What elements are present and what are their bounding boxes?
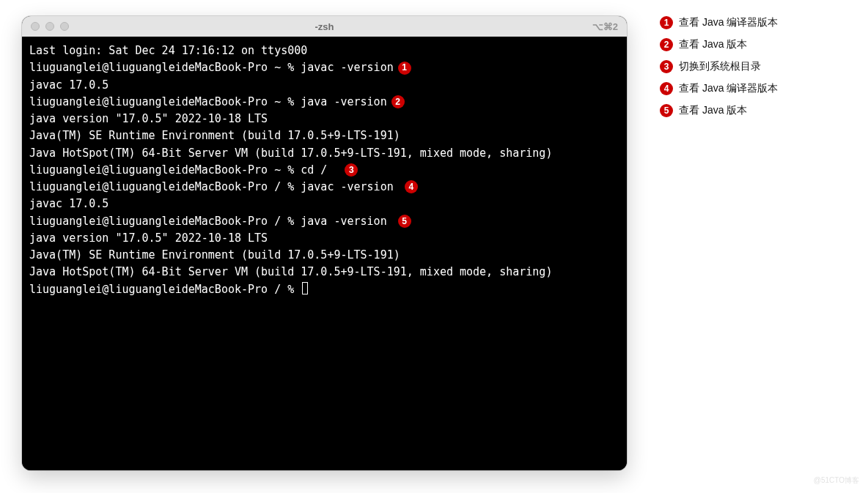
legend-row: 5查看 Java 版本 [660,104,778,117]
terminal-line: Java(TM) SE Runtime Environment (build 1… [29,247,619,264]
minimize-dot[interactable] [45,22,54,31]
terminal-body[interactable]: Last login: Sat Dec 24 17:16:12 on ttys0… [22,37,627,470]
terminal-text: Java HotSpot(TM) 64-Bit Server VM (build… [29,147,552,160]
legend-row: 1查看 Java 编译器版本 [660,16,778,29]
legend-label: 查看 Java 版本 [679,38,747,51]
terminal-text: javac 17.0.5 [29,197,108,210]
legend: 1查看 Java 编译器版本2查看 Java 版本3切换到系统根目录4查看 Ja… [660,16,778,126]
terminal-text: liuguanglei@liuguangleideMacBook-Pro ~ %… [29,95,387,108]
window-title: -zsh [22,21,627,32]
legend-badge: 4 [660,82,673,95]
terminal-text: liuguanglei@liuguangleideMacBook-Pro / %… [29,215,394,228]
terminal-text: liuguanglei@liuguangleideMacBook-Pro / %… [29,180,400,193]
terminal-line: liuguanglei@liuguangleideMacBook-Pro ~ %… [29,59,619,76]
terminal-line: Last login: Sat Dec 24 17:16:12 on ttys0… [29,42,619,59]
terminal-line: javac 17.0.5 [29,196,619,212]
terminal-line: liuguanglei@liuguangleideMacBook-Pro ~ %… [29,94,619,111]
terminal-line: liuguanglei@liuguangleideMacBook-Pro / %… [29,213,619,230]
terminal-line: liuguanglei@liuguangleideMacBook-Pro / % [29,281,619,298]
legend-badge: 2 [660,38,673,51]
terminal-window: -zsh ⌥⌘2 Last login: Sat Dec 24 17:16:12… [22,16,627,470]
zoom-dot[interactable] [60,22,69,31]
terminal-text: Last login: Sat Dec 24 17:16:12 on ttys0… [29,44,307,57]
terminal-line: javac 17.0.5 [29,77,619,94]
annotation-badge: 3 [345,163,358,177]
terminal-line: Java HotSpot(TM) 64-Bit Server VM (build… [29,145,619,162]
terminal-line: Java HotSpot(TM) 64-Bit Server VM (build… [29,264,619,281]
terminal-text: javac 17.0.5 [29,78,108,92]
annotation-badge: 4 [405,180,418,193]
legend-label: 查看 Java 编译器版本 [679,82,778,95]
annotation-badge: 1 [398,62,411,75]
legend-label: 查看 Java 版本 [679,104,747,117]
terminal-text: liuguanglei@liuguangleideMacBook-Pro ~ %… [29,163,340,177]
terminal-text: Java(TM) SE Runtime Environment (build 1… [29,129,400,142]
cursor [302,282,308,294]
legend-row: 2查看 Java 版本 [660,38,778,51]
close-dot[interactable] [31,22,40,31]
titlebar: -zsh ⌥⌘2 [22,16,627,37]
legend-badge: 5 [660,104,673,117]
terminal-text: java version "17.0.5" 2022-10-18 LTS [29,231,268,245]
terminal-text: Java HotSpot(TM) 64-Bit Server VM (build… [29,265,552,278]
annotation-badge: 2 [391,95,405,108]
traffic-lights [31,22,69,31]
terminal-text: liuguanglei@liuguangleideMacBook-Pro ~ %… [29,61,394,74]
terminal-line: liuguanglei@liuguangleideMacBook-Pro ~ %… [29,162,619,179]
terminal-line: java version "17.0.5" 2022-10-18 LTS [29,230,619,247]
window-shortcut: ⌥⌘2 [592,21,618,32]
legend-row: 4查看 Java 编译器版本 [660,82,778,95]
annotation-badge: 5 [398,215,411,228]
terminal-text: Java(TM) SE Runtime Environment (build 1… [29,248,400,262]
watermark: @51CTO博客 [814,475,859,486]
legend-badge: 1 [660,16,673,29]
terminal-line: java version "17.0.5" 2022-10-18 LTS [29,111,619,127]
terminal-line: liuguanglei@liuguangleideMacBook-Pro / %… [29,179,619,196]
terminal-text: liuguanglei@liuguangleideMacBook-Pro / % [29,283,301,296]
legend-label: 切换到系统根目录 [679,60,761,73]
legend-row: 3切换到系统根目录 [660,60,778,73]
legend-label: 查看 Java 编译器版本 [679,16,778,29]
legend-badge: 3 [660,60,673,73]
terminal-line: Java(TM) SE Runtime Environment (build 1… [29,127,619,144]
terminal-text: java version "17.0.5" 2022-10-18 LTS [29,112,268,125]
